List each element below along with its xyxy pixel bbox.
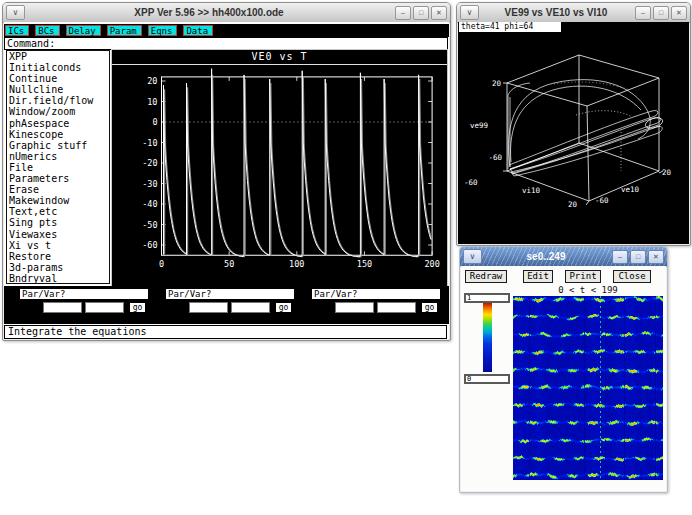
tab-eqns[interactable]: Eqns <box>148 25 178 36</box>
minimize-icon: – <box>618 253 622 260</box>
tab-bcs[interactable]: BCs <box>35 25 59 36</box>
menu-item-text-etc[interactable]: Text,etc <box>7 206 109 217</box>
maximize-button[interactable]: □ <box>413 6 429 20</box>
svg-text:200: 200 <box>424 259 439 269</box>
menu-item-dir-field-flow[interactable]: Dir.field/flow <box>7 95 109 106</box>
menu-header: XPP <box>7 51 109 62</box>
minimize-button[interactable]: – <box>635 6 651 20</box>
svg-text:-50: -50 <box>142 220 157 230</box>
svg-text:-20: -20 <box>142 158 157 168</box>
parvar-name-field-2[interactable] <box>189 302 228 313</box>
xpp-main-window: ∨ XPP Ver 5.96 >> hh400x100.ode – □ ✕ IC… <box>2 2 451 341</box>
desktop: { "xpp_window": { "title": "XPP Ver 5.96… <box>0 0 692 515</box>
close-button[interactable]: Close <box>613 270 651 283</box>
svg-text:20: 20 <box>147 76 157 86</box>
svg-text:0: 0 <box>152 117 157 127</box>
close-button[interactable]: ✕ <box>648 250 664 264</box>
close-icon: ✕ <box>436 9 442 17</box>
svg-text:0: 0 <box>159 259 164 269</box>
svg-text:-60: -60 <box>142 240 157 250</box>
parvar-value-field-1[interactable] <box>85 302 124 313</box>
close-icon: ✕ <box>653 253 659 261</box>
print-button[interactable]: Print <box>565 270 601 283</box>
maximize-button[interactable]: □ <box>653 6 669 20</box>
maximize-icon: □ <box>659 9 663 16</box>
tab-row: ICsBCsDelayParamEqnsData <box>4 24 449 37</box>
svg-text:ve99: ve99 <box>470 121 488 130</box>
svg-text:10: 10 <box>147 97 157 107</box>
plot-title: VE0 vs T <box>112 50 447 65</box>
minimize-button[interactable]: – <box>395 6 411 20</box>
parvar-label-2[interactable]: Par/Var? <box>165 288 295 300</box>
window-title: VE99 vs VE10 vs VI10 <box>479 7 633 18</box>
svg-text:150: 150 <box>357 259 372 269</box>
parvar-value-field-2[interactable] <box>231 302 270 313</box>
menu-item-xi-vs-t[interactable]: Xi vs t <box>7 240 109 251</box>
chevron-down-icon: ∨ <box>470 252 476 261</box>
tab-delay[interactable]: Delay <box>66 25 101 36</box>
menu-item-viewaxes[interactable]: Viewaxes <box>7 229 109 240</box>
svg-text:vi10: vi10 <box>522 186 541 195</box>
maximize-button[interactable]: □ <box>630 250 646 264</box>
menu-item-initialconds[interactable]: Initialconds <box>7 62 109 73</box>
phase3d-titlebar[interactable]: ∨ VE99 vs VE10 vs VI10 – □ ✕ <box>457 3 690 23</box>
svg-text:ve10: ve10 <box>621 185 640 194</box>
chevron-down-icon: ∨ <box>467 8 473 17</box>
xpp-content: ICsBCsDelayParamEqnsData Command: XPPIni… <box>4 22 449 339</box>
tab-ics[interactable]: ICs <box>5 25 29 36</box>
parvar-go-button-1[interactable]: go <box>129 302 146 313</box>
close-button[interactable]: ✕ <box>671 6 687 20</box>
redraw-button[interactable]: Redraw <box>465 270 507 283</box>
window-menu-button[interactable]: ∨ <box>463 249 482 264</box>
menu-item-parameters[interactable]: Parameters <box>7 173 109 184</box>
menu-item-file[interactable]: File <box>7 162 109 173</box>
menu-item-window-zoom[interactable]: Window/zoom <box>7 106 109 117</box>
svg-text:20: 20 <box>492 79 502 88</box>
parvar-value-field-3[interactable] <box>377 302 416 313</box>
menu-item-nullcline[interactable]: Nullcline <box>7 84 109 95</box>
menu-item-makewindow[interactable]: Makewindow <box>7 195 109 206</box>
parvar-name-field-1[interactable] <box>43 302 82 313</box>
parvar-name-field-3[interactable] <box>335 302 374 313</box>
maximize-icon: □ <box>419 9 423 16</box>
status-bar: Integrate the equations <box>4 325 447 339</box>
view-angle-label: theta=41 phi=64 <box>459 22 561 32</box>
tab-data[interactable]: Data <box>183 25 213 36</box>
parvar-panel-3: Par/Var? go <box>311 288 441 321</box>
menu-item-sing-pts[interactable]: Sing pts <box>7 217 109 228</box>
menu-item-erase[interactable]: Erase <box>7 184 109 195</box>
menu-item-graphic-stuff[interactable]: Graphic stuff <box>7 140 109 151</box>
parvar-go-button-3[interactable]: go <box>421 302 438 313</box>
colorbar-min-box[interactable]: 0 <box>464 374 510 384</box>
colorbar-max-box[interactable]: 1 <box>464 293 510 303</box>
plot-panel[interactable]: VE0 vs T 05010015020020100-10-20-30-40-5… <box>111 49 448 287</box>
menu-item-restore[interactable]: Restore <box>7 251 109 262</box>
minimize-button[interactable]: – <box>612 250 628 264</box>
voltage-plot[interactable]: 05010015020020100-10-20-30-40-50-60 <box>112 65 447 286</box>
array-heatmap[interactable] <box>513 296 663 480</box>
svg-text:-40: -40 <box>142 199 157 209</box>
menu-item-continue[interactable]: Continue <box>7 73 109 84</box>
parvar-go-button-2[interactable]: go <box>275 302 292 313</box>
phase3d-plot[interactable]: 20ve99-60-60vi1020-60ve1020 <box>458 22 689 244</box>
command-label: Command: <box>7 38 55 49</box>
menu-item-numerics[interactable]: nUmerics <box>7 151 109 162</box>
time-range-label: 0 < t < 199 <box>513 285 663 295</box>
parvar-label-1[interactable]: Par/Var? <box>19 288 149 300</box>
array-titlebar[interactable]: ∨ se0..249 – □ ✕ <box>460 247 667 267</box>
parvar-panel-2: Par/Var? go <box>165 288 295 321</box>
edit-button[interactable]: Edit <box>523 270 553 283</box>
chevron-down-icon: ∨ <box>13 8 19 17</box>
menu-item-kinescope[interactable]: Kinescope <box>7 129 109 140</box>
menu-item-phasespace[interactable]: phAsespace <box>7 118 109 129</box>
menu-item-bndryval[interactable]: Bndryval <box>7 273 109 284</box>
xpp-titlebar[interactable]: ∨ XPP Ver 5.96 >> hh400x100.ode – □ ✕ <box>3 3 450 23</box>
svg-text:20: 20 <box>662 168 672 177</box>
menu-item-3d-params[interactable]: 3d-params <box>7 262 109 273</box>
parvar-label-3[interactable]: Par/Var? <box>311 288 441 300</box>
tab-param[interactable]: Param <box>107 25 142 36</box>
parvar-strip: Par/Var? go Par/Var? go Par/Var? <box>4 286 449 324</box>
window-menu-button[interactable]: ∨ <box>460 5 479 20</box>
close-button[interactable]: ✕ <box>431 6 447 20</box>
window-menu-button[interactable]: ∨ <box>6 5 25 20</box>
